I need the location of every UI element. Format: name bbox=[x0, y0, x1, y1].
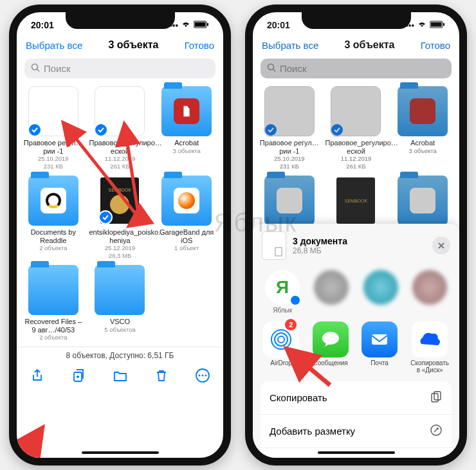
airdrop-contact[interactable]: Я Яблык bbox=[263, 270, 302, 314]
done-button[interactable]: Готово bbox=[421, 40, 450, 51]
folder-item[interactable]: Acrobat 3 объекта bbox=[154, 85, 219, 172]
share-icon[interactable] bbox=[30, 368, 45, 383]
svg-rect-26 bbox=[432, 393, 438, 402]
folder-item[interactable]: Acrobat3 объекта bbox=[390, 85, 455, 172]
svg-rect-25 bbox=[372, 334, 387, 345]
document-thumb: SEMBOOK bbox=[95, 176, 145, 226]
folder-item[interactable]: VSCO 5 объектов bbox=[87, 264, 153, 343]
duplicate-icon[interactable] bbox=[71, 368, 86, 383]
svg-rect-1 bbox=[195, 22, 206, 26]
search-field[interactable]: Поиск bbox=[24, 59, 215, 78]
trash-icon[interactable] bbox=[154, 368, 169, 383]
folder-name: Recovered Files – 9 авг…/40/53 bbox=[23, 318, 84, 334]
search-placeholder: Поиск bbox=[280, 63, 307, 74]
search-icon bbox=[267, 63, 276, 74]
share-apps-row: 2 AirDrop Сообщения Почта Скопировать в … bbox=[261, 319, 452, 379]
file-size: 231 КБ bbox=[44, 163, 63, 170]
folder-thumb bbox=[161, 86, 212, 136]
yandex-disk-app[interactable]: Скопировать в «Диск» bbox=[410, 321, 449, 374]
file-item[interactable]: Правовое регул…рии -1 25.10.2019 231 КБ bbox=[21, 85, 86, 172]
status-time: 20:01 bbox=[31, 20, 54, 30]
move-folder-icon[interactable] bbox=[113, 368, 128, 383]
action-label: Добавить разметку bbox=[270, 426, 355, 437]
svg-rect-20 bbox=[275, 248, 282, 256]
battery-icon bbox=[194, 21, 209, 30]
document-thumb bbox=[95, 86, 145, 136]
svg-rect-27 bbox=[434, 392, 441, 400]
file-date: 25.10.2019 bbox=[38, 155, 69, 163]
done-button[interactable]: Готово bbox=[185, 40, 214, 51]
svg-point-8 bbox=[202, 375, 204, 377]
messages-app[interactable]: Сообщения bbox=[312, 321, 348, 374]
file-name: Правовое_регулиро…еской bbox=[89, 139, 151, 155]
watermark: Яблык bbox=[214, 208, 297, 237]
select-all-button[interactable]: Выбрать все bbox=[262, 40, 318, 51]
svg-point-3 bbox=[32, 64, 38, 70]
svg-line-14 bbox=[23, 431, 40, 456]
folder-item[interactable]: GarageBand для iOS 1 объект bbox=[154, 174, 219, 261]
file-item[interactable]: Правовое_регулиро…еской11.12.2019261 КБ bbox=[324, 85, 389, 172]
selected-check-icon bbox=[28, 123, 42, 137]
markup-icon bbox=[430, 424, 443, 438]
file-date: 25.12.2019 bbox=[105, 244, 136, 252]
folder-name: VSCO bbox=[110, 318, 130, 326]
folder-count: 1 объект bbox=[174, 244, 199, 252]
sheet-title: 3 документа bbox=[293, 236, 347, 246]
file-grid: Правовое регул…рии -125.10.2019231 КБ Пр… bbox=[253, 84, 459, 228]
svg-point-22 bbox=[275, 333, 288, 346]
folder-count: 2 объекта bbox=[39, 244, 67, 252]
app-label: Почта bbox=[371, 359, 389, 366]
bottom-toolbar bbox=[17, 364, 223, 390]
search-placeholder: Поиск bbox=[44, 63, 71, 74]
file-name: entsiklopediya_poisko…heniya bbox=[89, 228, 151, 244]
file-name: Правовое регул…рии -1 bbox=[23, 139, 84, 155]
svg-line-4 bbox=[37, 69, 40, 72]
airdrop-contact[interactable] bbox=[312, 270, 351, 314]
file-date: 11.12.2019 bbox=[105, 155, 136, 163]
mail-app[interactable]: Почта bbox=[362, 321, 398, 374]
folder-item[interactable]: Documents by Readdle 2 объекта bbox=[21, 174, 86, 261]
footer-info: 8 объектов, Доступно: 6,51 ГБ bbox=[17, 347, 223, 364]
app-label: AirDrop bbox=[270, 359, 292, 366]
file-item[interactable]: Правовое регул…рии -125.10.2019231 КБ bbox=[257, 85, 322, 172]
file-item[interactable]: Правовое_регулиро…еской 11.12.2019 261 К… bbox=[87, 85, 153, 172]
share-sheet: 3 документа 26,8 МБ Я Яблык 2 AirDrop bbox=[253, 224, 459, 458]
folder-item[interactable]: Recovered Files – 9 авг…/40/53 2 объекта bbox=[21, 264, 86, 343]
contact-label: Яблык bbox=[273, 307, 292, 314]
copy-icon bbox=[430, 390, 443, 405]
airdrop-contact[interactable] bbox=[362, 270, 400, 314]
action-copy[interactable]: Скопировать bbox=[261, 381, 452, 415]
folder-thumb bbox=[28, 176, 78, 226]
folder-count: 3 объекта bbox=[172, 147, 200, 155]
wifi-icon bbox=[181, 21, 191, 30]
action-markup[interactable]: Добавить разметку bbox=[261, 415, 452, 448]
folder-item[interactable] bbox=[390, 174, 455, 227]
file-grid: Правовое регул…рии -1 25.10.2019 231 КБ … bbox=[17, 84, 223, 344]
file-item[interactable]: SEMBOOK entsiklopediya_poisko…heniya 25.… bbox=[87, 174, 153, 261]
folder-thumb bbox=[161, 176, 212, 226]
search-field[interactable]: Поиск bbox=[261, 59, 452, 78]
file-item[interactable]: SEMBOOK bbox=[324, 174, 389, 227]
folder-thumb bbox=[95, 265, 145, 315]
airdrop-app[interactable]: 2 AirDrop bbox=[263, 321, 299, 374]
phone-left: 20:01 ▪▪▪▪ Выбрать все 3 объекта Готово … bbox=[9, 5, 231, 465]
airdrop-people-row: Я Яблык bbox=[261, 265, 452, 319]
file-size: 26,3 МБ bbox=[109, 252, 131, 260]
folder-name: GarageBand для iOS bbox=[156, 228, 217, 244]
notch bbox=[302, 12, 411, 29]
document-thumb bbox=[28, 86, 78, 136]
file-size: 261 КБ bbox=[110, 163, 129, 170]
selected-check-icon bbox=[94, 123, 108, 137]
svg-point-9 bbox=[205, 375, 207, 377]
sheet-subtitle: 26,8 МБ bbox=[293, 246, 347, 255]
airdrop-contact[interactable] bbox=[410, 270, 449, 314]
home-indicator bbox=[82, 451, 159, 454]
select-all-button[interactable]: Выбрать все bbox=[26, 40, 82, 51]
battery-icon bbox=[430, 21, 445, 30]
action-label: Напечатать bbox=[270, 457, 321, 465]
close-button[interactable] bbox=[432, 237, 450, 255]
folder-thumb bbox=[28, 265, 78, 315]
app-label: Сообщения bbox=[313, 359, 347, 366]
more-icon[interactable] bbox=[195, 368, 210, 383]
folder-name: Acrobat bbox=[174, 139, 199, 147]
